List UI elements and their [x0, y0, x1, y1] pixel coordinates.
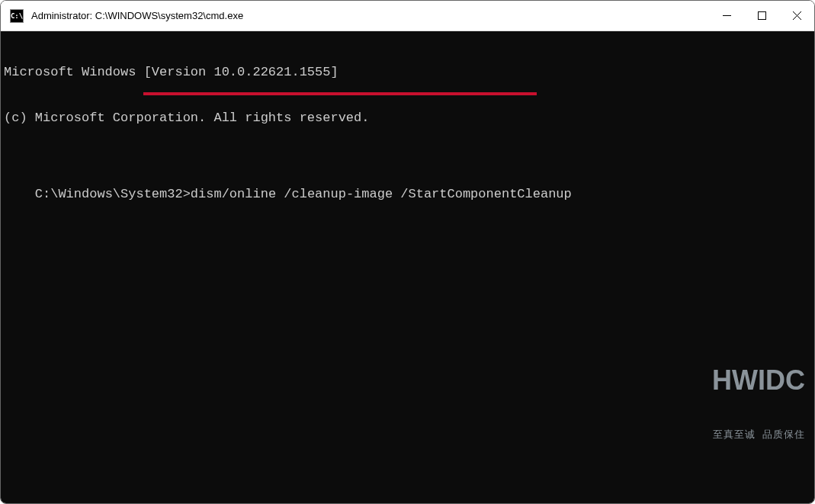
- terminal-area[interactable]: Microsoft Windows [Version 10.0.22621.15…: [1, 31, 814, 503]
- window-controls: [709, 1, 814, 30]
- minimize-button[interactable]: [709, 1, 744, 30]
- watermark-sub: 至真至诚 品质保住: [712, 429, 805, 441]
- cmd-icon: C:\: [10, 9, 24, 23]
- maximize-icon: [758, 11, 766, 20]
- terminal-line-version: Microsoft Windows [Version 10.0.22621.15…: [4, 65, 811, 80]
- close-icon: [793, 11, 801, 20]
- close-button[interactable]: [779, 1, 814, 30]
- window-title: Administrator: C:\WINDOWS\system32\cmd.e…: [31, 10, 709, 21]
- prompt-line: C:\Windows\System32>dism/online /cleanup…: [35, 187, 572, 202]
- cmd-window: C:\ Administrator: C:\WINDOWS\system32\c…: [0, 0, 815, 504]
- terminal-line-copyright: (c) Microsoft Corporation. All rights re…: [4, 111, 811, 126]
- minimize-icon: [723, 11, 731, 20]
- titlebar[interactable]: C:\ Administrator: C:\WINDOWS\system32\c…: [1, 1, 814, 31]
- svg-rect-1: [758, 12, 765, 20]
- watermark-main: HWIDC: [712, 364, 805, 396]
- watermark: HWIDC 至真至诚 品质保住: [712, 334, 805, 471]
- maximize-button[interactable]: [744, 1, 779, 30]
- prompt-text: C:\Windows\System32>: [35, 187, 191, 201]
- command-underline-annotation: [143, 92, 537, 95]
- command-input[interactable]: dism/online /cleanup-image /StartCompone…: [191, 187, 572, 201]
- terminal-blank-line: [4, 156, 811, 172]
